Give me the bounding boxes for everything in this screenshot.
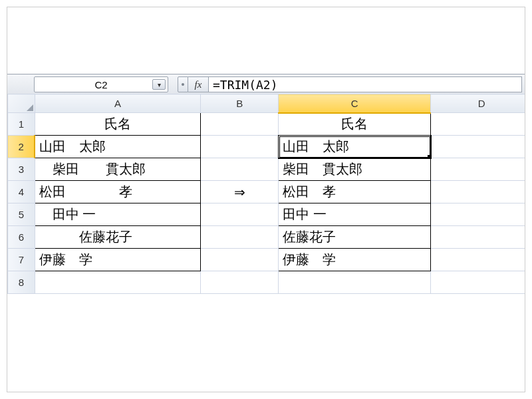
- row-header-5[interactable]: 5: [8, 203, 35, 226]
- row-header-7[interactable]: 7: [8, 249, 35, 271]
- app-window: C2 ▾ fx =TRIM(A2): [0, 0, 532, 399]
- row-header-3[interactable]: 3: [8, 158, 35, 181]
- select-all-corner[interactable]: [8, 94, 35, 113]
- cell-C2[interactable]: 山田 太郎: [279, 138, 430, 156]
- cell-A6[interactable]: 佐藤花子: [35, 228, 200, 246]
- cell-A1[interactable]: 氏名: [35, 115, 200, 133]
- formula-split-handle[interactable]: [178, 76, 188, 92]
- row-header-2[interactable]: 2: [8, 136, 35, 158]
- row-header-1[interactable]: 1: [8, 113, 35, 136]
- name-box-value: C2: [94, 79, 107, 90]
- cell-A2[interactable]: 山田 太郎: [35, 138, 200, 156]
- cell-C5[interactable]: 田中 一: [279, 205, 430, 223]
- col-header-C[interactable]: C: [279, 94, 431, 113]
- row-header-8[interactable]: 8: [8, 271, 35, 294]
- cell-C7[interactable]: 伊藤 学: [279, 251, 430, 269]
- col-header-A[interactable]: A: [35, 94, 200, 113]
- grid-table: A B C D 1 氏名 氏名 2: [7, 94, 525, 294]
- name-box-dropdown[interactable]: ▾: [152, 79, 166, 90]
- col-header-B[interactable]: B: [201, 94, 279, 113]
- cell-C3[interactable]: 柴田 貫太郎: [279, 160, 430, 178]
- formula-text: =TRIM(A2): [213, 78, 278, 92]
- cell-C4[interactable]: 松田 孝: [279, 183, 430, 201]
- row-header-6[interactable]: 6: [8, 226, 35, 249]
- formula-zone: fx =TRIM(A2): [178, 76, 522, 92]
- cell-A4[interactable]: 松田 孝: [35, 183, 200, 201]
- cell-C1[interactable]: 氏名: [279, 115, 430, 133]
- worksheet-grid[interactable]: A B C D 1 氏名 氏名 2: [7, 94, 525, 392]
- formula-bar: C2 ▾ fx =TRIM(A2): [7, 74, 525, 95]
- cell-C6[interactable]: 佐藤花子: [279, 228, 430, 246]
- cell-A5[interactable]: 田中 一: [35, 205, 200, 223]
- cell-B4[interactable]: ⇒: [201, 184, 278, 200]
- cell-A7[interactable]: 伊藤 学: [35, 251, 200, 269]
- cell-A3[interactable]: 柴田 貫太郎: [35, 160, 200, 178]
- insert-function-button[interactable]: fx: [188, 76, 209, 92]
- formula-input[interactable]: =TRIM(A2): [209, 76, 522, 92]
- app-inner: C2 ▾ fx =TRIM(A2): [7, 7, 525, 392]
- col-header-D[interactable]: D: [431, 94, 525, 113]
- name-box[interactable]: C2 ▾: [34, 76, 168, 92]
- row-header-4[interactable]: 4: [8, 181, 35, 203]
